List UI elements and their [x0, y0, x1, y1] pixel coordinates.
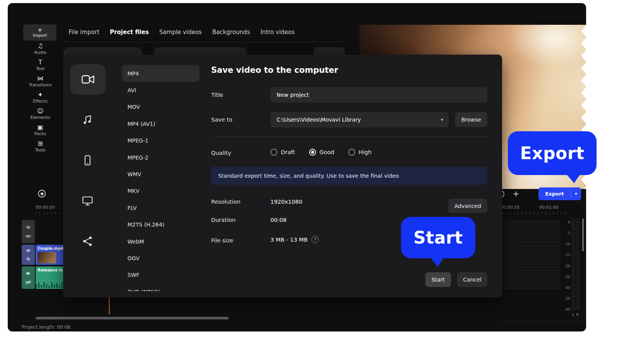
- sidebar-item-audio[interactable]: ♫ Audio: [28, 43, 52, 55]
- sidebar-item-transitions[interactable]: ⋈ Transitions: [28, 75, 52, 88]
- format-list: MP4 AVI MOV MP4 (AV1) MPEG-1 MPEG-2 WMV …: [122, 65, 199, 291]
- quality-radio-group: Draft Good High: [270, 149, 371, 156]
- sidebar-item-label: Tools: [35, 148, 45, 153]
- category-audio[interactable]: [80, 112, 95, 128]
- start-callout: Start: [401, 217, 475, 258]
- meter-scale-label: -40: [560, 286, 570, 290]
- tv-icon: [82, 195, 93, 206]
- unlink-icon[interactable]: [26, 280, 31, 284]
- cancel-button[interactable]: Cancel: [457, 272, 487, 287]
- sidebar-item-elements[interactable]: ☺ Elements: [28, 108, 52, 120]
- meter-scale-label: 0: [560, 220, 570, 224]
- eye-icon[interactable]: [26, 225, 31, 230]
- save-to-label: Save to: [211, 117, 232, 123]
- meter-scale-label: -15: [560, 253, 570, 257]
- quality-option-draft[interactable]: Draft: [270, 149, 295, 156]
- timeline-lane: [502, 245, 560, 265]
- quality-label: Quality: [211, 150, 231, 156]
- tab-backgrounds[interactable]: Backgrounds: [212, 29, 250, 36]
- format-option-mov[interactable]: MOV: [122, 99, 199, 115]
- phone-icon: [82, 155, 93, 166]
- import-button[interactable]: + Import: [23, 24, 57, 41]
- vertical-scrollbar[interactable]: [582, 218, 584, 251]
- meter-scale-label: -30: [560, 275, 570, 279]
- music-icon: ♫: [38, 43, 43, 50]
- text-icon: T: [38, 59, 42, 66]
- dialog-title: Save video to the computer: [211, 65, 338, 75]
- tab-sample-videos[interactable]: Sample videos: [159, 29, 202, 36]
- audio-meter-left: [572, 218, 575, 311]
- radio-label: Good: [320, 149, 334, 155]
- ruler-ticks: [499, 212, 569, 214]
- music-note-icon: [82, 115, 93, 125]
- track-header-audio[interactable]: [22, 266, 35, 289]
- speaker-icon[interactable]: [26, 271, 31, 276]
- export-button[interactable]: Export ▾: [538, 187, 581, 200]
- sidebar-item-label: Audio: [34, 50, 46, 55]
- category-device[interactable]: [80, 153, 95, 168]
- format-option-flv[interactable]: FLV: [122, 199, 199, 216]
- sidebar-item-effects[interactable]: ✦ Effects: [28, 91, 52, 104]
- quality-option-good[interactable]: Good: [309, 149, 334, 156]
- format-option-mpeg1[interactable]: MPEG-1: [122, 132, 199, 149]
- title-input[interactable]: [270, 87, 487, 103]
- save-to-select[interactable]: C:\Users\Videos\Movavi Library ▾: [270, 112, 449, 127]
- track-header-main[interactable]: [22, 220, 35, 243]
- tab-file-import[interactable]: File import: [69, 29, 99, 36]
- track-header-video[interactable]: [22, 245, 35, 265]
- sidebar-item-tools[interactable]: ⊞ Tools: [28, 140, 52, 153]
- snowflake-icon[interactable]: [26, 257, 31, 261]
- radio-icon[interactable]: [270, 149, 277, 156]
- format-option-webm[interactable]: WebM: [122, 233, 199, 250]
- elements-icon: ☺: [37, 108, 44, 115]
- ruler-label: 00:00:55: [500, 205, 519, 210]
- format-option-wmv[interactable]: WMV: [122, 166, 199, 182]
- ruler-label: 00:01:00: [539, 205, 558, 210]
- chevron-down-icon[interactable]: ▾: [571, 191, 581, 196]
- transitions-icon: ⋈: [37, 75, 43, 82]
- title-label: Title: [211, 92, 223, 98]
- tab-intro-videos[interactable]: Intro videos: [260, 29, 294, 36]
- radio-icon-selected[interactable]: [309, 149, 316, 156]
- tools-icon: ⊞: [38, 140, 43, 147]
- ruler-label-start: 00:00:00: [36, 205, 55, 210]
- eye-icon[interactable]: [26, 248, 31, 253]
- sidebar-item-packs[interactable]: ▣ Packs: [28, 124, 52, 136]
- playhead[interactable]: [109, 297, 110, 314]
- start-button[interactable]: Start: [425, 272, 451, 287]
- format-option-dvd[interactable]: DVD (NTSC): [122, 283, 199, 291]
- timeline-lane: [502, 220, 560, 243]
- link-icon[interactable]: [26, 234, 31, 238]
- format-option-mp4-av1[interactable]: MP4 (AV1): [122, 115, 199, 132]
- browse-button[interactable]: Browse: [455, 112, 487, 127]
- tab-project-files[interactable]: Project files: [110, 29, 149, 36]
- format-option-mkv[interactable]: MKV: [122, 183, 199, 199]
- meter-scale-label: -20: [560, 264, 570, 268]
- format-option-mpeg2[interactable]: MPEG-2: [122, 149, 199, 166]
- format-option-m2ts[interactable]: M2TS (H.264): [122, 216, 199, 233]
- format-option-mp4[interactable]: MP4: [122, 65, 199, 82]
- meter-channel-label: R: [575, 313, 580, 317]
- format-option-swf[interactable]: SWF: [122, 267, 199, 283]
- sidebar-item-label: Text: [36, 66, 45, 71]
- advanced-button[interactable]: Advanced: [448, 199, 487, 213]
- horizontal-scrollbar[interactable]: [36, 317, 229, 319]
- category-share[interactable]: [80, 234, 95, 249]
- category-tv[interactable]: [80, 193, 95, 208]
- sidebar-item-label: Effects: [33, 99, 47, 104]
- radio-icon[interactable]: [348, 149, 355, 156]
- add-icon[interactable]: +: [511, 189, 521, 198]
- format-option-avi[interactable]: AVI: [122, 82, 199, 98]
- timeline-lane: [502, 266, 560, 289]
- app-window: + Import ♫ Audio T Text ⋈ Transitions ✦ …: [8, 3, 586, 331]
- help-icon[interactable]: ?: [311, 236, 319, 243]
- format-option-ogv[interactable]: OGV: [122, 250, 199, 266]
- category-computer[interactable]: [70, 64, 105, 94]
- radio-label: High: [359, 149, 371, 155]
- quality-option-high[interactable]: High: [348, 149, 371, 156]
- record-icon[interactable]: [38, 190, 46, 197]
- sidebar-item-text[interactable]: T Text: [28, 59, 52, 71]
- file-size-value: 3 MB - 13 MB: [270, 237, 308, 243]
- duration-value: 00:08: [270, 217, 287, 223]
- chevron-down-icon: ▾: [441, 117, 443, 122]
